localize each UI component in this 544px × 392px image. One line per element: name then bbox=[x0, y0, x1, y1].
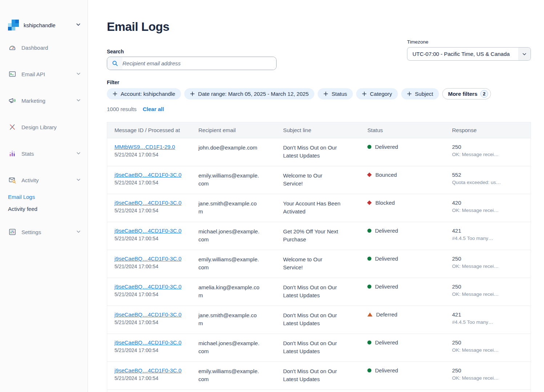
search-input[interactable] bbox=[122, 57, 276, 70]
status-label: Delivered bbox=[375, 144, 398, 150]
recipient-email: michael.jones@example.com bbox=[198, 228, 261, 244]
subject-cell: Welcome to Our Service! bbox=[276, 250, 360, 278]
subject-cell: Don't Miss Out on Our Latest Updates bbox=[276, 362, 360, 389]
status-label: Delivered bbox=[375, 367, 398, 373]
status-icon bbox=[367, 172, 372, 177]
status-cell: Delivered bbox=[360, 334, 445, 362]
message-id-cell: j9seCaeBQ…4CD1F0-3C.0 5/21/2024 17:00:54 bbox=[107, 194, 191, 222]
sidebar-item-marketing[interactable]: Marketing bbox=[8, 96, 81, 105]
chevron-down-icon bbox=[76, 229, 81, 235]
filter-chip-label: Subject bbox=[415, 91, 433, 97]
chevron-down-icon bbox=[518, 48, 531, 60]
status-cell: Deferred bbox=[360, 306, 445, 334]
response-code: 250 bbox=[452, 367, 527, 373]
status-cell: Delivered bbox=[360, 222, 445, 250]
subject-cell: Don't Miss Out on Our Latest Updates bbox=[276, 278, 360, 306]
sidebar-item-label: Dashboard bbox=[21, 45, 48, 51]
response-text: #4.4.5 Too many… bbox=[452, 319, 527, 325]
filter-chip[interactable]: Account: kshipchandle bbox=[107, 88, 181, 99]
message-id-cell: MMtbWS9…CD1F1-29.0 5/21/2024 17:00:54 bbox=[107, 138, 191, 166]
timezone-value: UTC-07:00 - Pacific Time, US & Canada bbox=[412, 51, 510, 57]
response-cell: 250 OK: Message recei… bbox=[445, 250, 531, 278]
sidebar-item-design-library[interactable]: Design Library bbox=[8, 122, 81, 132]
subject-cell: Get 20% Off Your Next Purchase bbox=[276, 222, 360, 250]
recipient-cell: emily.williams@example.com bbox=[191, 362, 276, 389]
message-id-cell: j9seCaeBQ…4CD1F0-3C.0 5/21/2024 17:00:54 bbox=[107, 166, 191, 194]
message-id-link[interactable]: j9seCaeBQ…4CD1F0-3C.0 bbox=[114, 200, 181, 206]
processed-at: 5/21/2024 17:00:54 bbox=[114, 319, 188, 325]
message-id-link[interactable]: j9seCaeBQ…4CD1F0-3C.0 bbox=[114, 228, 181, 234]
processed-at: 5/21/2024 17:00:54 bbox=[114, 236, 188, 241]
chevron-down-icon bbox=[76, 71, 81, 77]
sidebar-item-label: Activity bbox=[21, 177, 39, 183]
sidebar-item-stats[interactable]: Stats bbox=[8, 149, 81, 158]
subject-line: Don't Miss Out on Our Latest Updates bbox=[283, 311, 342, 327]
results-count: 1000 results bbox=[107, 106, 137, 112]
response-cell: 250 OK: Message recei… bbox=[445, 334, 531, 362]
filter-chip-label: Status bbox=[331, 91, 347, 97]
message-id-link[interactable]: j9seCaeBQ…4CD1F0-3C.0 bbox=[114, 172, 181, 178]
filter-chip[interactable]: Date range: March 05, 2025 - March 12, 2… bbox=[184, 88, 314, 99]
table-row: j9seCaeBQ…4CD1F0-3C.0 5/21/2024 17:00:54… bbox=[107, 166, 531, 194]
recipient-cell: john.doe@example.com bbox=[191, 138, 276, 166]
settings-icon bbox=[8, 228, 17, 236]
sidebar-item-email-logs[interactable]: Email Logs bbox=[8, 193, 81, 201]
response-code: 250 bbox=[452, 283, 527, 290]
recipient-cell: amelia.king@example.com bbox=[191, 278, 276, 306]
plus-icon bbox=[407, 91, 412, 96]
table-row: j9seCaeBQ…4CD1F0-3C.0 5/21/2024 17:00:54… bbox=[107, 334, 531, 362]
message-id-cell: j9seCaeBQ…4CD1F0-3C.0 5/21/2024 17:00:54 bbox=[107, 222, 191, 250]
processed-at: 5/21/2024 17:00:54 bbox=[114, 208, 188, 213]
response-text: OK: Message recei… bbox=[452, 152, 527, 157]
clear-all-link[interactable]: Clear all bbox=[143, 106, 164, 112]
column-header-subject: Subject line bbox=[276, 127, 360, 133]
response-cell: 250 OK: Message recei… bbox=[445, 138, 531, 166]
message-id-cell: j9seCaeBQ…4CD1F0-3C.0 5/21/2024 17:00:54 bbox=[107, 334, 191, 362]
recipient-email: emily.williams@example.com bbox=[198, 172, 261, 188]
message-id-link[interactable]: j9seCaeBQ…4CD1F0-3C.0 bbox=[114, 311, 181, 318]
filter-chip-label: Date range: March 05, 2025 - March 12, 2… bbox=[198, 91, 309, 97]
status-icon bbox=[367, 200, 372, 205]
chevron-down-icon bbox=[76, 177, 81, 183]
sidebar-item-dashboard[interactable]: Dashboard bbox=[8, 43, 81, 52]
table-row: j9seCaeBQ…4CD1F0-3C.0 5/21/2024 17:00:54… bbox=[107, 222, 531, 250]
sidebar-item-settings[interactable]: Settings bbox=[8, 227, 81, 237]
sidebar-nav: Dashboard Email API Marketing Design Lib… bbox=[8, 43, 81, 237]
sidebar-item-label: Marketing bbox=[21, 98, 45, 104]
subject-line: Don't Miss Out on Our Latest Updates bbox=[283, 367, 342, 383]
subject-line: Don't Miss Out on Our Latest Updates bbox=[283, 283, 342, 299]
filter-chip[interactable]: Subject bbox=[401, 88, 439, 99]
sidebar-item-email-api[interactable]: Email API bbox=[8, 69, 81, 79]
message-id-link[interactable]: MMtbWS9…CD1F1-29.0 bbox=[114, 144, 175, 150]
subject-line: Welcome to Our Service! bbox=[283, 172, 342, 188]
status-icon bbox=[367, 368, 371, 372]
response-cell: 250 OK: Message recei… bbox=[445, 362, 531, 389]
status-icon bbox=[367, 145, 371, 149]
sidebar-item-activity-feed[interactable]: Activity feed bbox=[8, 205, 81, 213]
plus-icon bbox=[190, 91, 195, 96]
more-filters-count-badge: 2 bbox=[480, 90, 488, 98]
sidebar-item-label: Email API bbox=[21, 71, 45, 77]
response-cell: 421 #4.4.5 Too many… bbox=[445, 306, 531, 334]
response-code: 421 bbox=[452, 228, 527, 234]
timezone-select[interactable]: UTC-07:00 - Pacific Time, US & Canada bbox=[407, 47, 531, 61]
table-row: j9seCaeBQ…4CD1F0-3C.0 5/21/2024 17:00:54… bbox=[107, 362, 531, 390]
table-row: j9seCaeBQ…4CD1F0-3C.0 5/21/2024 17:00:54… bbox=[107, 278, 531, 306]
account-selector[interactable]: kshipchandle bbox=[8, 20, 81, 30]
table-row: j9seCaeBQ…4CD1F0-3C.0 5/21/2024 17:00:54… bbox=[107, 194, 531, 222]
filter-chips: Account: kshipchandle Date range: March … bbox=[107, 88, 544, 99]
response-code: 250 bbox=[452, 256, 527, 262]
response-cell: 420 OK: Message recei… bbox=[445, 194, 531, 222]
message-id-link[interactable]: j9seCaeBQ…4CD1F0-3C.0 bbox=[114, 283, 181, 290]
filter-chip[interactable]: Status bbox=[318, 88, 353, 99]
status-cell: Delivered bbox=[360, 250, 445, 278]
sidebar-item-label: Settings bbox=[21, 229, 41, 235]
message-id-link[interactable]: j9seCaeBQ…4CD1F0-3C.0 bbox=[114, 256, 181, 262]
filter-chip[interactable]: Category bbox=[356, 88, 398, 99]
more-filters-button[interactable]: More filters 2 bbox=[442, 88, 491, 99]
column-header-response: Response bbox=[445, 127, 531, 133]
message-id-link[interactable]: j9seCaeBQ…4CD1F0-3C.0 bbox=[114, 339, 181, 346]
sidebar-item-activity[interactable]: Activity bbox=[8, 175, 81, 185]
recipient-email: michael.jones@example.com bbox=[198, 339, 261, 355]
message-id-link[interactable]: j9seCaeBQ…4CD1F0-3C.0 bbox=[114, 367, 181, 373]
